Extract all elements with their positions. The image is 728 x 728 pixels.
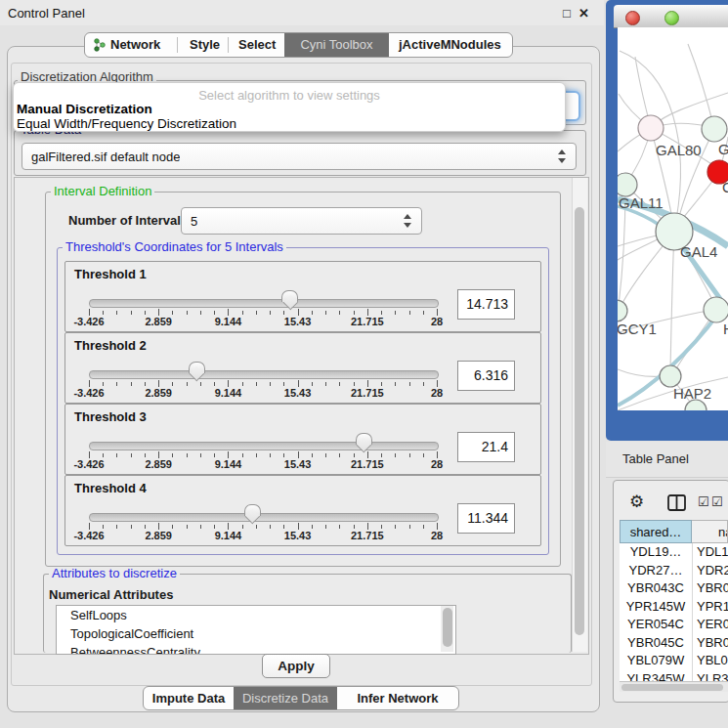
slider-tick-label: 9.144 — [215, 387, 242, 399]
apply-button[interactable]: Apply — [262, 654, 330, 678]
network-node[interactable] — [638, 115, 664, 141]
threshold-value-field[interactable]: 14.713 — [457, 289, 515, 320]
network-node[interactable] — [660, 365, 681, 387]
attributes-scrollbar-thumb[interactable] — [443, 608, 452, 647]
slider-thumb[interactable] — [189, 362, 205, 373]
settings-scrollbar-thumb[interactable] — [575, 207, 584, 635]
attributes-scrollbar-track[interactable] — [441, 606, 453, 652]
slider-tick — [172, 311, 173, 315]
gear-icon[interactable]: ⚙ — [629, 492, 644, 512]
num-intervals-value: 5 — [182, 214, 197, 229]
slider-tick-label: 9.144 — [215, 316, 242, 327]
network-node[interactable] — [618, 173, 637, 196]
checkbox-icon[interactable]: ☑ — [711, 494, 723, 509]
table-row[interactable]: YBR043CYBR0 — [620, 579, 728, 598]
slider-tick — [325, 525, 326, 529]
float-window-icon[interactable]: □ — [563, 6, 571, 21]
network-canvas[interactable]: GAL80GACGAL11GAL4GCY1HHAP2 — [618, 27, 728, 410]
slider-tick — [367, 380, 368, 387]
numerical-attributes-label: Numerical Attributes — [49, 587, 173, 602]
threshold-panel: Threshold 1-3.4262.8599.14415.4321.71528… — [64, 261, 541, 332]
slider-tick — [339, 453, 340, 457]
slider-tick — [242, 382, 243, 386]
split-table-icon[interactable] — [667, 494, 686, 511]
slider-tick — [89, 451, 90, 458]
threshold-value-field[interactable]: 6.316 — [457, 361, 515, 391]
slider-tick — [187, 382, 188, 386]
slider-thumb[interactable] — [244, 504, 261, 516]
close-icon[interactable]: ✕ — [578, 6, 589, 21]
table-row[interactable]: YDL19…YDL1 — [620, 543, 728, 562]
slider-thumb[interactable] — [356, 433, 372, 445]
slider-tick-label: 15.43 — [284, 458, 312, 470]
table-hscrollbar-track[interactable] — [620, 681, 728, 692]
tab-jactivemnodules[interactable]: jActiveMNodules — [399, 37, 501, 52]
table-row[interactable]: YPR145WYPR1 — [620, 598, 728, 617]
network-node-label: GAL4 — [680, 243, 717, 260]
settings-scrollbar-track[interactable] — [572, 178, 587, 652]
column-header-shared-name[interactable]: shared… — [620, 520, 692, 543]
slider-tick — [242, 453, 243, 457]
slider-tick — [339, 525, 340, 529]
num-intervals-label: Number of Intervals — [68, 213, 188, 228]
table-row[interactable]: YBL079WYBL0 — [620, 652, 728, 670]
minimize-traffic-light-icon[interactable] — [645, 11, 658, 23]
slider-tick-label: 21.715 — [351, 387, 384, 399]
attribute-list-item[interactable]: BetweennessCentrality — [57, 643, 455, 655]
checkbox-icon[interactable]: ☑ — [698, 494, 709, 509]
attribute-list-item[interactable]: SelfLoops — [57, 606, 455, 624]
slider-tick — [395, 382, 396, 386]
tab-cyni-toolbox[interactable]: Cyni Toolbox — [284, 33, 389, 57]
slider-tick — [228, 309, 229, 316]
slider-tick — [354, 453, 355, 457]
slider-tick-label: 21.715 — [351, 316, 384, 327]
slider-tick-label: 28 — [431, 387, 443, 399]
threshold-value-field[interactable]: 11.344 — [457, 503, 515, 534]
tab-select[interactable]: Select — [238, 37, 276, 52]
slider-tick — [187, 311, 188, 315]
slider-tick — [270, 311, 271, 315]
slider-tick — [325, 453, 326, 457]
cell-name: YDL1 — [697, 543, 728, 562]
tab-style[interactable]: Style — [190, 37, 220, 52]
menu-item-manual-discretization[interactable]: Manual Discretization — [17, 102, 152, 116]
network-node[interactable] — [618, 300, 627, 321]
slider-track[interactable] — [89, 370, 439, 379]
attribute-list-item[interactable]: TopologicalCoefficient — [57, 624, 455, 643]
num-intervals-combo[interactable]: 5 — [181, 207, 422, 235]
table-row[interactable]: YDR27…YDR2 — [620, 562, 728, 580]
network-edge[interactable] — [618, 369, 664, 376]
threshold-value-field[interactable]: 21.4 — [457, 432, 515, 462]
table-row[interactable]: YBR045CYBR0 — [620, 634, 728, 653]
table-data-combo[interactable]: galFiltered.sif default node — [21, 143, 577, 170]
cell-name: YER0 — [697, 616, 728, 634]
tab-infer-network[interactable]: Infer Network — [337, 687, 458, 709]
slider-tick — [89, 380, 90, 387]
column-header-name[interactable]: name — [692, 520, 728, 543]
network-edge[interactable] — [670, 232, 674, 369]
slider-track[interactable] — [89, 299, 439, 308]
network-node[interactable] — [702, 116, 727, 142]
slider-tick-label: 9.144 — [215, 530, 242, 541]
slider-tick-label: 28 — [431, 530, 443, 541]
slider-tick — [270, 382, 271, 386]
slider-tick-label: 21.715 — [351, 530, 384, 541]
slider-tick — [242, 311, 243, 315]
table-hscrollbar-thumb[interactable] — [621, 684, 723, 691]
tab-impute-data[interactable]: Impute Data — [144, 687, 234, 709]
table-row[interactable]: YLR345WYLR3 — [620, 670, 728, 682]
network-edge[interactable] — [688, 44, 714, 129]
slider-thumb[interactable] — [281, 290, 298, 302]
slider-tick — [283, 453, 284, 457]
slider-track[interactable] — [89, 442, 439, 450]
tab-network[interactable]: Network — [110, 37, 160, 52]
table-row[interactable]: YER054CYER0 — [620, 616, 728, 634]
tab-discretize-data[interactable]: Discretize Data — [234, 687, 337, 709]
zoom-traffic-light-icon[interactable] — [664, 11, 679, 25]
network-node[interactable] — [704, 297, 728, 322]
close-traffic-light-icon[interactable] — [625, 11, 640, 25]
slider-track[interactable] — [89, 513, 439, 522]
menu-item-equal-width-frequency[interactable]: Equal Width/Frequency Discretization — [17, 116, 236, 131]
slider-tick — [381, 311, 382, 315]
slider-tick — [354, 382, 355, 386]
